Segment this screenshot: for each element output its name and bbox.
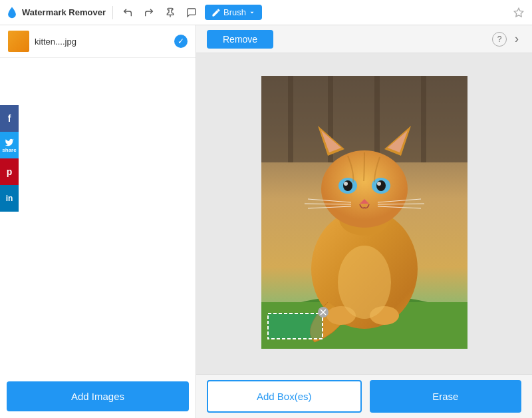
remove-button[interactable]: Remove xyxy=(207,30,273,49)
svg-rect-7 xyxy=(421,76,426,162)
facebook-share-button[interactable]: f xyxy=(0,105,19,132)
toolbar-divider xyxy=(112,6,113,19)
svg-rect-6 xyxy=(374,76,380,162)
pinterest-share-button[interactable]: p xyxy=(0,158,19,185)
erase-button[interactable]: Erase xyxy=(370,380,522,413)
pinterest-icon: p xyxy=(7,166,13,177)
undo-button[interactable] xyxy=(120,5,136,21)
app-title: Watermark Remover xyxy=(22,7,106,17)
main-content: f share p in kitten....jpg ✓ Add Images xyxy=(0,25,532,418)
svg-point-24 xyxy=(344,182,348,186)
svg-point-25 xyxy=(377,182,381,186)
twitter-share-text: share xyxy=(2,147,16,153)
svg-point-22 xyxy=(343,180,352,191)
app-logo: Watermark Remover xyxy=(5,6,106,19)
svg-point-13 xyxy=(338,246,391,319)
redo-button[interactable] xyxy=(141,5,157,21)
toolbar: Watermark Remover Brush xyxy=(0,0,532,25)
image-area xyxy=(248,53,481,374)
facebook-icon: f xyxy=(8,113,11,124)
brush-label: Brush xyxy=(223,7,246,17)
left-bottom: Add Images xyxy=(0,375,196,418)
svg-rect-4 xyxy=(288,76,293,162)
image-container xyxy=(261,76,467,351)
file-name: kitten....jpg xyxy=(35,37,169,47)
svg-marker-1 xyxy=(514,8,523,17)
bottom-bar: Add Box(es) Erase xyxy=(196,374,532,418)
star-button[interactable] xyxy=(511,5,527,21)
right-panel: Remove ? › xyxy=(196,25,532,418)
chat-button[interactable] xyxy=(184,5,200,21)
nav-next-button[interactable]: › xyxy=(512,29,521,49)
twitter-share-button[interactable]: share xyxy=(0,132,19,158)
svg-rect-33 xyxy=(268,314,323,339)
svg-point-23 xyxy=(376,180,386,191)
kitten-image xyxy=(261,76,467,349)
file-thumbnail xyxy=(8,31,29,52)
linkedin-share-button[interactable]: in xyxy=(0,185,19,212)
linkedin-icon: in xyxy=(6,194,13,203)
right-toolbar: Remove ? › xyxy=(196,25,532,53)
twitter-icon xyxy=(5,138,14,147)
file-check-icon: ✓ xyxy=(174,35,188,48)
add-box-button[interactable]: Add Box(es) xyxy=(207,380,362,413)
right-toolbar-icons: ? › xyxy=(492,29,521,49)
left-panel: f share p in kitten....jpg ✓ Add Images xyxy=(0,25,196,418)
help-button[interactable]: ? xyxy=(492,32,507,47)
social-sidebar: f share p in xyxy=(0,105,19,212)
brush-button[interactable]: Brush xyxy=(205,5,262,20)
add-images-button[interactable]: Add Images xyxy=(7,381,189,411)
pin-button[interactable] xyxy=(162,5,178,21)
file-item[interactable]: kitten....jpg ✓ xyxy=(0,25,196,58)
app-logo-icon xyxy=(5,6,19,19)
